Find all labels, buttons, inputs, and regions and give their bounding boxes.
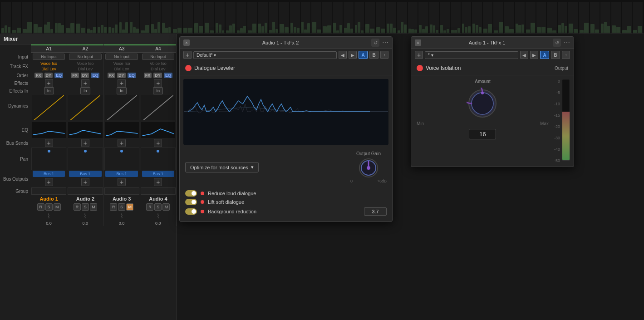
dialogue-leveler-menu[interactable]: ⋯ [382,39,388,46]
fx-badge[interactable]: FX [34,73,43,78]
m-btn-4[interactable]: M [162,203,170,211]
output-gain-knob[interactable] [358,157,379,179]
voice-iso-inactive-4[interactable]: Voice Iso [140,61,176,66]
eq-badge[interactable]: EQ [54,73,63,78]
vu-col-51 [547,2,557,34]
eq-badge-3[interactable]: EQ [128,73,136,78]
optimize-select[interactable]: Optimize for most sources ▾ [185,162,259,172]
background-reduction-value[interactable]: 3.7 [364,207,387,216]
group-field-1[interactable] [31,187,66,195]
fader-val-ch3: 0.0 [104,221,140,226]
svg-line-2 [107,95,137,120]
r-btn-2[interactable]: R [74,203,81,211]
lift-soft-toggle[interactable] [185,199,197,205]
dialogue-leveler-add[interactable]: + [183,51,192,59]
dial-lev-active[interactable]: Dial Lev [31,66,67,72]
dy-badge-3[interactable]: DY [117,73,126,78]
s-btn-4[interactable]: S [154,203,162,211]
bus-output-btn-2[interactable]: Bus 1 [69,171,101,177]
dialogue-leveler-preset[interactable]: Default* ▾ [193,51,337,59]
voice-iso-close[interactable]: × [415,39,421,46]
no-input-btn-2[interactable]: No Input [69,54,101,60]
dialogue-leveler-compare[interactable]: ↕ [380,51,388,59]
pan-fader-4[interactable] [141,148,176,170]
voice-iso-inactive-2[interactable]: Voice Iso [67,61,103,66]
bus-output-add-3[interactable]: + [118,178,126,186]
voice-iso-next[interactable]: ▶ [530,51,538,59]
s-btn-3[interactable]: S [118,203,125,211]
dial-lev-inactive-3[interactable]: Dial Lev [104,66,140,72]
dialogue-leveler-ab-a[interactable]: A [359,51,368,59]
group-field-4[interactable] [141,187,176,195]
r-btn-3[interactable]: R [110,203,117,211]
no-input-btn-4[interactable]: No Input [142,54,174,60]
in-btn-2[interactable]: In [80,87,90,94]
m-btn-3[interactable]: M [126,203,133,211]
effects-add-4[interactable]: + [154,79,162,87]
voice-iso-preset[interactable]: * ▾ [425,51,518,59]
r-btn-1[interactable]: R [37,203,44,211]
eq-badge-4[interactable]: EQ [164,73,172,78]
group-field-3[interactable] [104,187,139,195]
voice-iso-prev[interactable]: ◀ [520,51,528,59]
dialogue-leveler-prev[interactable]: ◀ [339,51,347,59]
fader-value-row: 0.0 0.0 0.0 0.0 [0,221,177,226]
dial-lev-inactive-2[interactable]: Dial Lev [67,66,103,72]
reduce-loud-toggle[interactable] [185,190,197,197]
voice-iso-add[interactable]: + [415,51,423,59]
amount-value[interactable]: 16 [469,129,496,139]
dy-badge-2[interactable]: DY [81,73,89,78]
voice-iso-history[interactable]: ↺ [553,39,561,47]
in-btn-4[interactable]: In [153,87,163,94]
voice-iso-active[interactable]: Voice Iso [31,61,67,66]
s-btn-2[interactable]: S [82,203,89,211]
voice-iso-ab-b[interactable]: B [551,51,560,59]
effects-add-3[interactable]: + [118,79,126,87]
r-btn-4[interactable]: R [146,203,153,211]
dy-badge-4[interactable]: DY [153,73,162,78]
no-input-btn-1[interactable]: No Input [33,54,65,60]
bus-sends-add-4[interactable]: + [154,139,162,147]
background-reduction-toggle[interactable] [185,208,197,215]
bus-output-add-2[interactable]: + [81,178,89,186]
fx-badge-3[interactable]: FX [108,73,116,78]
waveform-svg [183,79,388,145]
dialogue-leveler-ab-b[interactable]: B [369,51,379,59]
effects-add-1[interactable]: + [45,79,53,87]
voice-iso-compare[interactable]: ↕ [562,51,570,59]
m-btn-2[interactable]: M [90,203,97,211]
dialogue-leveler-history[interactable]: ↺ [371,39,379,47]
bus-output-add-1[interactable]: + [45,178,53,186]
bus-sends-add-1[interactable]: + [45,139,53,147]
dy-badge[interactable]: DY [44,73,53,78]
in-btn-3[interactable]: In [117,87,127,94]
fx-badge-2[interactable]: FX [71,73,79,78]
pan-fader-3[interactable] [104,148,139,170]
bus-output-btn-4[interactable]: Bus 1 [142,171,174,177]
dialogue-leveler-next[interactable]: ▶ [349,51,357,59]
bus-output-add-4[interactable]: + [154,178,162,186]
pan-fader-2[interactable] [68,148,103,170]
bus-output-btn-3[interactable]: Bus 1 [105,171,138,177]
voice-iso-inactive-3[interactable]: Voice Iso [104,61,140,66]
s-btn-1[interactable]: S [45,203,53,211]
pan-fader-1[interactable] [31,148,66,170]
effects-add-2[interactable]: + [81,79,89,87]
group-field-2[interactable] [68,187,103,195]
voice-iso-ab-a[interactable]: A [540,51,549,59]
bus-sends-add-2[interactable]: + [81,139,89,147]
fx-badge-4[interactable]: FX [144,73,152,78]
vu-bar [430,25,433,33]
in-btn-1[interactable]: In [44,87,54,94]
effects-ch1: + [31,79,67,87]
eq-badge-2[interactable]: EQ [91,73,99,78]
voice-iso-menu[interactable]: ⋯ [564,39,570,46]
vu-bar [440,25,443,33]
bus-sends-add-3[interactable]: + [118,139,126,147]
amount-knob[interactable] [467,88,498,119]
m-btn-1[interactable]: M [54,203,61,211]
dialogue-leveler-close[interactable]: × [183,39,190,46]
dial-lev-inactive-4[interactable]: Dial Lev [140,66,176,72]
no-input-btn-3[interactable]: No Input [105,54,138,60]
bus-output-btn-1[interactable]: Bus 1 [33,171,65,177]
